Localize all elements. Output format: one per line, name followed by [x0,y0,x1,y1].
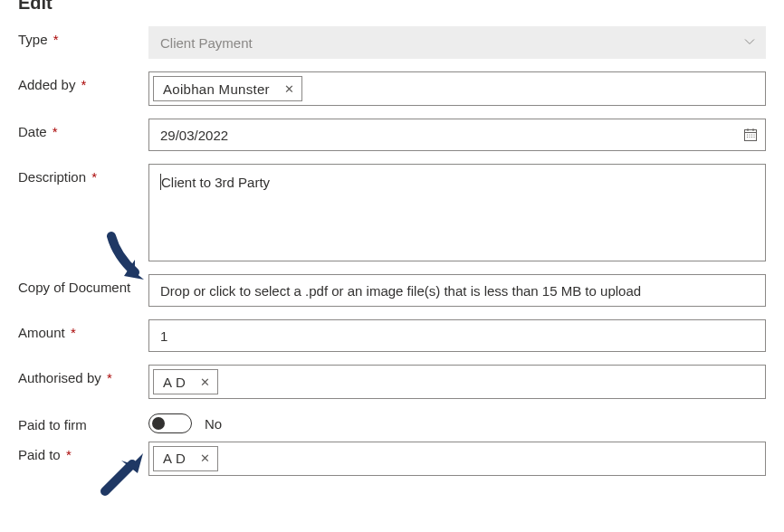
dropzone-hint: Drop or click to select a .pdf or an ima… [160,283,641,299]
description-textarea[interactable]: Client to 3rd Party [148,164,766,261]
svg-point-5 [749,134,750,135]
amount-input[interactable]: 1 [148,319,766,352]
paid-to-firm-toggle[interactable] [148,413,192,433]
svg-point-11 [753,137,754,138]
date-value: 29/03/2022 [160,128,228,143]
label-date: Date * [18,119,148,141]
label-description: Description * [18,164,148,186]
amount-value: 1 [160,328,167,344]
svg-point-7 [753,134,754,135]
svg-point-4 [747,134,748,135]
svg-point-10 [751,137,752,138]
paid-to-picker[interactable]: A D ✕ [148,442,766,476]
authorised-by-picker[interactable]: A D ✕ [148,365,766,399]
label-type: Type * [18,26,148,49]
remove-chip-icon[interactable]: ✕ [200,451,210,465]
svg-rect-0 [745,130,757,141]
file-dropzone[interactable]: Drop or click to select a .pdf or an ima… [148,274,766,307]
chip-label: A D [163,375,186,390]
toggle-state-label: No [205,416,222,432]
svg-point-9 [749,137,750,138]
type-select[interactable]: Client Payment [148,26,766,59]
label-authorised-by: Authorised by * [18,365,148,387]
required-asterisk: * [66,447,72,462]
page-title: Edit [18,0,766,14]
label-paid-to-firm: Paid to firm [18,412,148,434]
added-by-picker[interactable]: Aoibhan Munster ✕ [148,71,766,106]
remove-chip-icon[interactable]: ✕ [284,82,294,96]
authorised-by-chip[interactable]: A D ✕ [153,369,218,394]
required-asterisk: * [71,325,76,340]
label-amount: Amount * [18,319,148,342]
paid-to-chip[interactable]: A D ✕ [153,446,218,471]
type-value: Client Payment [160,35,253,51]
label-copy-of-document: Copy of Document [18,274,148,297]
required-asterisk: * [53,32,59,47]
added-by-chip[interactable]: Aoibhan Munster ✕ [153,76,302,101]
description-value: Client to 3rd Party [161,175,270,190]
remove-chip-icon[interactable]: ✕ [200,375,210,389]
date-input[interactable]: 29/03/2022 [148,119,766,151]
chevron-down-icon [743,35,756,51]
label-added-by: Added by * [18,71,148,94]
chip-label: Aoibhan Munster [163,81,270,97]
svg-point-6 [751,134,752,135]
required-asterisk: * [91,169,97,185]
toggle-knob [152,417,165,430]
required-asterisk: * [53,124,58,139]
svg-point-8 [747,137,748,138]
label-paid-to: Paid to * [18,442,148,464]
chip-label: A D [163,451,186,466]
required-asterisk: * [81,77,87,92]
required-asterisk: * [107,370,112,385]
calendar-icon[interactable] [743,128,758,142]
